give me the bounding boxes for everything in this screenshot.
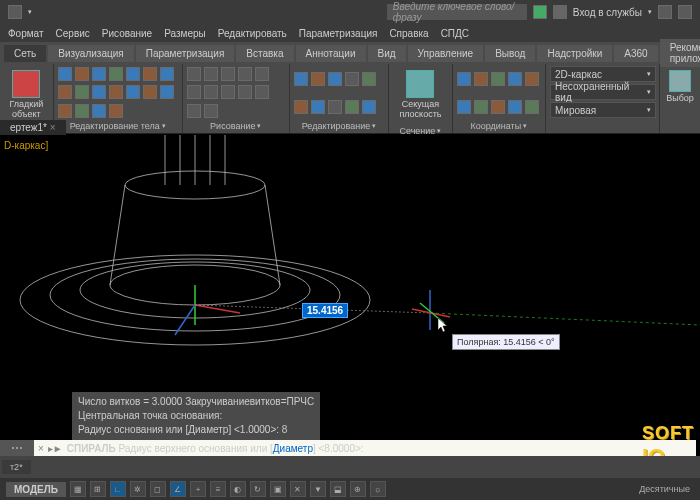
tool-icon[interactable] <box>92 67 106 81</box>
tool-icon[interactable] <box>457 100 471 114</box>
tool-icon[interactable] <box>525 72 539 86</box>
tool-icon[interactable] <box>255 67 269 81</box>
qat-icon[interactable] <box>8 5 22 19</box>
cmd-close-icon[interactable]: × <box>38 443 44 454</box>
otrack-toggle[interactable]: ∠ <box>170 481 186 497</box>
menu-spds[interactable]: СПДС <box>441 28 469 39</box>
signin-arrow[interactable]: ▾ <box>648 8 652 16</box>
tool-icon[interactable] <box>311 100 325 114</box>
tool-icon[interactable] <box>204 85 218 99</box>
tool-icon[interactable] <box>238 85 252 99</box>
dynamic-input-value[interactable]: 15.4156 <box>302 303 348 318</box>
tool-icon[interactable] <box>221 85 235 99</box>
tab-parametric[interactable]: Параметризация <box>136 45 235 62</box>
tool-icon[interactable] <box>143 67 157 81</box>
ucs-dropdown[interactable]: Мировая <box>550 102 656 118</box>
tool-icon[interactable] <box>221 67 235 81</box>
dynucs-toggle[interactable]: ✕ <box>290 481 306 497</box>
qat-arrow[interactable]: ▾ <box>28 8 32 16</box>
ribbon-label-solidedit[interactable]: Редактирование тела <box>58 119 178 131</box>
layout-tab[interactable]: т2* <box>2 460 31 474</box>
tool-icon[interactable] <box>126 67 140 81</box>
ribbon-label-draw[interactable]: Рисование <box>187 119 285 131</box>
command-input[interactable]: × ▸► СПИРАЛЬ Радиус верхнего основания и… <box>34 440 696 456</box>
tab-featured[interactable]: Рекомендованные приложения <box>660 39 700 67</box>
signin-link[interactable]: Вход в службы <box>573 7 642 18</box>
tool-icon[interactable] <box>58 85 72 99</box>
model-space-button[interactable]: МОДЕЛЬ <box>6 482 66 497</box>
tool-icon[interactable] <box>294 72 308 86</box>
signin-icon[interactable] <box>553 5 567 19</box>
view-dropdown[interactable]: Несохраненный вид <box>550 84 656 100</box>
polar-toggle[interactable]: ✲ <box>130 481 146 497</box>
snap-toggle[interactable]: ⊞ <box>90 481 106 497</box>
tool-icon[interactable] <box>294 100 308 114</box>
annotation-toggle[interactable]: ⊕ <box>350 481 366 497</box>
tool-icon[interactable] <box>160 67 174 81</box>
tool-icon[interactable] <box>204 67 218 81</box>
tool-icon[interactable] <box>362 100 376 114</box>
dyn-input-toggle[interactable]: + <box>190 481 206 497</box>
gizmo-toggle[interactable]: ⬓ <box>330 481 346 497</box>
keyword-search[interactable]: Введите ключевое слово/фразу <box>387 4 527 20</box>
3dosnap-toggle[interactable]: ▣ <box>270 481 286 497</box>
menu-service[interactable]: Сервис <box>56 28 90 39</box>
tab-annotate[interactable]: Аннотации <box>296 45 366 62</box>
tool-icon[interactable] <box>187 85 201 99</box>
menu-draw[interactable]: Рисование <box>102 28 152 39</box>
command-line-handle[interactable] <box>0 440 34 456</box>
menu-edit[interactable]: Редактировать <box>218 28 287 39</box>
tool-icon[interactable] <box>187 67 201 81</box>
tab-output[interactable]: Вывод <box>485 45 535 62</box>
tool-icon[interactable] <box>126 85 140 99</box>
select-button[interactable]: Выбор <box>664 66 696 108</box>
visual-style-dropdown[interactable]: 2D-каркас <box>550 66 656 82</box>
tool-icon[interactable] <box>109 67 123 81</box>
tab-a360[interactable]: A360 <box>614 45 657 62</box>
transparency-toggle[interactable]: ◐ <box>230 481 246 497</box>
smooth-object-button[interactable]: Гладкий объект <box>4 66 49 124</box>
units-readout[interactable]: Десятичные <box>635 484 694 494</box>
tool-icon[interactable] <box>255 85 269 99</box>
tab-addins[interactable]: Надстройки <box>537 45 612 62</box>
tool-icon[interactable] <box>143 85 157 99</box>
menu-dimensions[interactable]: Размеры <box>164 28 206 39</box>
tab-manage[interactable]: Управление <box>408 45 484 62</box>
drawing-canvas[interactable]: ертеж1* D-каркас] 15.4156 Полярная: 15.4… <box>0 134 700 456</box>
tool-icon[interactable] <box>474 100 488 114</box>
tool-icon[interactable] <box>75 85 89 99</box>
filter-toggle[interactable]: ▼ <box>310 481 326 497</box>
tool-icon[interactable] <box>345 72 359 86</box>
section-plane-button[interactable]: Секущая плоскость <box>393 66 448 124</box>
tool-icon[interactable] <box>92 85 106 99</box>
ortho-toggle[interactable]: ∟ <box>110 481 126 497</box>
exchange-icon[interactable] <box>658 5 672 19</box>
menu-parametric[interactable]: Параметризация <box>299 28 378 39</box>
tool-icon[interactable] <box>345 100 359 114</box>
lineweight-toggle[interactable]: ≡ <box>210 481 226 497</box>
tool-icon[interactable] <box>508 72 522 86</box>
menu-help[interactable]: Справка <box>389 28 428 39</box>
tool-icon[interactable] <box>75 67 89 81</box>
tab-view[interactable]: Вид <box>368 45 406 62</box>
tool-icon[interactable] <box>362 72 376 86</box>
menu-format[interactable]: Формат <box>8 28 44 39</box>
document-tab[interactable]: ертеж1* <box>0 120 66 135</box>
tool-icon[interactable] <box>58 104 72 118</box>
search-icon[interactable] <box>533 5 547 19</box>
tool-icon[interactable] <box>109 85 123 99</box>
tool-icon[interactable] <box>328 100 342 114</box>
help-icon[interactable] <box>678 5 692 19</box>
tool-icon[interactable] <box>525 100 539 114</box>
grid-toggle[interactable]: ▦ <box>70 481 86 497</box>
tool-icon[interactable] <box>109 104 123 118</box>
tool-icon[interactable] <box>187 104 201 118</box>
tab-mesh[interactable]: Сеть <box>4 45 46 62</box>
tool-icon[interactable] <box>75 104 89 118</box>
tool-icon[interactable] <box>58 67 72 81</box>
cycling-toggle[interactable]: ↻ <box>250 481 266 497</box>
ribbon-label-coords[interactable]: Координаты <box>457 119 541 131</box>
tool-icon[interactable] <box>92 104 106 118</box>
tool-icon[interactable] <box>160 85 174 99</box>
tool-icon[interactable] <box>457 72 471 86</box>
